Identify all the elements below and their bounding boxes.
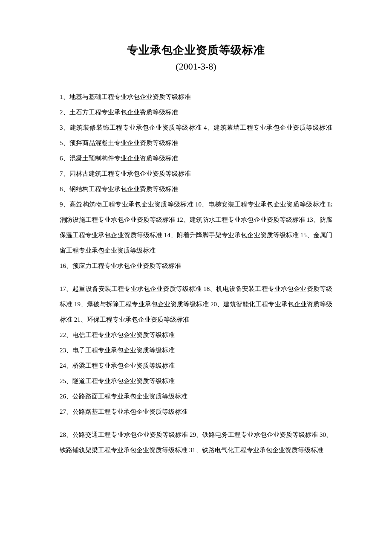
list-item: 17、起重设备安装工程专业承包企业资质等级标准 18、机电设备安装工程专业承包企… [60,281,332,327]
document-body: 1、地基与基础工程专业承包企业资质等级标准2、土石方工程专业承包企业费质等级标准… [60,89,332,458]
document-date: (2001-3-8) [60,61,332,72]
list-item: 1、地基与基础工程专业承包企业资质等级标准 [60,89,332,105]
list-item: 9、高耸构筑物工程专业承包企业资质等级标准 10、电梯安装工程专业承包企业资质等… [60,197,332,258]
list-item: 8、钢结构工程专业承包企业费质等级标准 [60,181,332,197]
list-item: 22、电信工程专业承包企业资质等级标准 [60,327,332,343]
list-item: 16、预应力工程专业承包企业资质等级标准 [60,258,332,273]
list-item: 3、建筑装修装饰工程专业承包企业资质等级标准 4、建筑幕墙工程专业承包企业资质等… [60,120,332,151]
document-title: 专业承包企业资质等级标准 [60,43,332,58]
list-item: 6、混凝土预制构件专业企业资质等级标准 [60,151,332,166]
list-item: 7、园林古建筑工程专业承包企业资质等级标准 [60,166,332,181]
list-item: 25、隧道工程专业承包企业资质等级标准 [60,373,332,389]
list-item: 2、土石方工程专业承包企业费质等级标准 [60,105,332,120]
list-item: 24、桥梁工程专业承包企业资质等级标准 [60,358,332,373]
list-item: 27、公路路基工程专业承包企业资质等级标准 [60,404,332,419]
list-item: 26、公路路面工程专业承包企业资质等级标准 [60,389,332,404]
list-item: 23、电子工程专业承包企业资质等级标准 [60,343,332,358]
list-item: 28、公路交通工程专业承包企业资质等级标准 29、铁路电务工程专业承包企业资质等… [60,427,332,458]
